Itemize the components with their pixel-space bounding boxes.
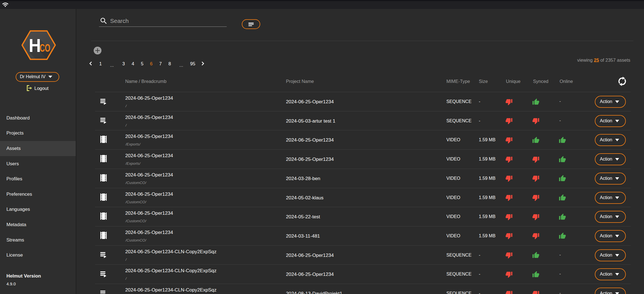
svg-text:CO: CO: [40, 42, 50, 54]
svg-text:H: H: [29, 35, 41, 56]
